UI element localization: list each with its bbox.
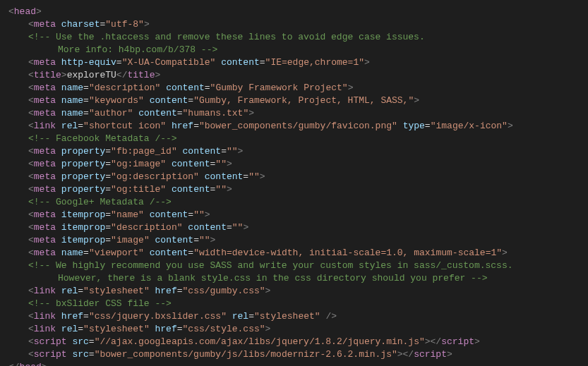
code-line: <meta http-equiv="X-UA-Compatible" conte… (8, 56, 588, 69)
code-line: </head> (8, 361, 588, 366)
code-line: <script src="//ajax.googleapis.com/ajax/… (8, 336, 588, 348)
code-line: <link rel="stylesheet" href="css/gumby.c… (8, 285, 588, 298)
code-line: <title>exploreTU</title> (8, 69, 588, 82)
code-comment: <!-- We highly recommend you use SASS an… (8, 260, 588, 272)
code-comment: <!-- Google+ Metadata /--> (8, 196, 588, 209)
code-line: <meta property="og:title" content=""> (8, 183, 588, 196)
code-line: <link rel="stylesheet" href="css/style.c… (8, 323, 588, 336)
code-line: <meta property="og:image" content=""> (8, 158, 588, 171)
code-line: <link rel="shortcut icon" href="bower_co… (8, 120, 588, 133)
code-line: <meta name="author" content="humans.txt"… (8, 107, 588, 120)
code-line: <script src="bower_components/gumby/js/l… (8, 348, 588, 361)
code-line: <head> (8, 6, 588, 18)
code-comment: <!-- Facebook Metadata /--> (8, 133, 588, 145)
code-line: <meta itemprop="name" content=""> (8, 209, 588, 221)
code-line: <meta name="keywords" content="Gumby, Fr… (8, 94, 588, 107)
code-comment: However, there is a blank style.css in t… (8, 272, 588, 285)
code-comment: <!-- Use the .htaccess and remove these … (8, 31, 588, 44)
code-line: <meta itemprop="image" content=""> (8, 234, 588, 247)
code-comment: More info: h4bp.com/b/378 --> (8, 44, 588, 56)
code-line: <meta charset="utf-8"> (8, 18, 588, 31)
code-line: <meta property="fb:page_id" content=""> (8, 145, 588, 158)
code-editor[interactable]: <head> <meta charset="utf-8"> <!-- Use t… (8, 6, 588, 366)
code-line: <meta name="viewport" content="width=dev… (8, 247, 588, 260)
code-line: <meta property="og:description" content=… (8, 171, 588, 183)
code-line: <meta itemprop="description" content=""> (8, 221, 588, 234)
code-line: <meta name="description" content="Gumby … (8, 82, 588, 94)
code-line: <link href="css/jquery.bxslider.css" rel… (8, 310, 588, 323)
code-comment: <!-- bxSlider CSS file --> (8, 298, 588, 310)
